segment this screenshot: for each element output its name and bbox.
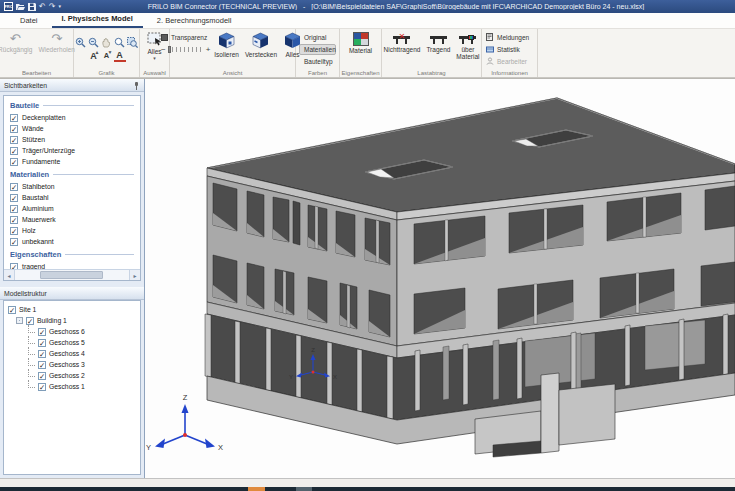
transparency-minus[interactable]: − <box>161 45 166 54</box>
tree-node-geschoss-3[interactable]: ✓Geschoss 3 <box>4 359 140 370</box>
color-original-button[interactable]: Original <box>299 32 336 43</box>
checkbox[interactable]: ✓ <box>10 194 18 202</box>
ueber-material-button[interactable]: über Material <box>454 31 481 61</box>
tree-node-site[interactable]: ✓Site 1 <box>4 304 140 315</box>
checkbox[interactable]: ✓ <box>10 136 18 144</box>
zoom-in-icon[interactable] <box>75 37 87 48</box>
open-file-icon[interactable] <box>16 3 25 11</box>
checkbox[interactable]: ✓ <box>38 361 46 369</box>
checkbox[interactable]: ✓ <box>26 317 34 325</box>
checkbox[interactable]: ✓ <box>10 227 18 235</box>
sichtbarkeiten-header[interactable]: Sichtbarkeiten <box>0 79 144 92</box>
tab-datei[interactable]: Datei <box>10 14 48 28</box>
checkbox-row-waende[interactable]: ✓Wände <box>10 123 134 134</box>
checkbox-row-stahlbeton[interactable]: ✓Stahlbeton <box>10 181 134 192</box>
checkbox[interactable]: ✓ <box>10 158 18 166</box>
checkbox[interactable]: ✓ <box>38 350 46 358</box>
beam-bearing-icon <box>430 33 447 45</box>
zoom-window-icon[interactable] <box>114 37 126 48</box>
meldungen-button[interactable]: Meldungen <box>484 32 531 43</box>
font-decrease-icon[interactable]: A▼ <box>101 51 113 62</box>
checkbox-row-deckenplatten[interactable]: ✓Deckenplatten <box>10 112 134 123</box>
undo-button[interactable]: ↶ Rückgängig <box>0 31 34 54</box>
font-increase-icon[interactable]: A▲ <box>88 51 100 62</box>
tab-berechnungsmodell[interactable]: 2. Berechnungsmodell <box>147 14 242 28</box>
pin-icon[interactable] <box>133 81 140 90</box>
checkbox-row-fundamente[interactable]: ✓Fundamente <box>10 156 134 167</box>
tree-connector <box>28 358 35 366</box>
checkbox-row-aluminium[interactable]: ✓Aluminium <box>10 203 134 214</box>
checkbox[interactable]: ✓ <box>38 372 46 380</box>
person-icon <box>486 57 494 66</box>
checkbox[interactable]: ✓ <box>38 339 46 347</box>
save-icon[interactable] <box>28 3 36 11</box>
quick-access-toolbar: FRC ↶ ↷ ▾ <box>4 2 61 11</box>
checkbox[interactable]: ✓ <box>10 147 18 155</box>
axis-y-label: Y <box>146 443 151 452</box>
transparency-plus[interactable]: + <box>206 45 211 54</box>
checkbox[interactable]: ✓ <box>10 114 18 122</box>
scrollbar-thumb[interactable] <box>40 271 103 279</box>
tree-node-geschoss-1[interactable]: ✓Geschoss 1 <box>4 381 140 392</box>
transparency-slider[interactable] <box>168 46 204 53</box>
scrollbar-track[interactable] <box>15 270 129 280</box>
tree-node-geschoss-5[interactable]: ✓Geschoss 5 <box>4 337 140 348</box>
modellstruktur-header[interactable]: Modellstruktur <box>0 287 144 300</box>
tree-node-building[interactable]: ✓Building 1 <box>4 315 140 326</box>
ribbon-group-ansicht: Transparenz − + Isolieren Verstecken <box>170 29 296 77</box>
checkbox-row-unbekannt[interactable]: ✓unbekannt <box>10 236 134 247</box>
axis-x-label: X <box>218 443 223 452</box>
checkbox[interactable]: ✓ <box>10 238 18 246</box>
slider-handle[interactable] <box>168 46 171 53</box>
app-logo-icon[interactable]: FRC <box>4 2 13 11</box>
redo-icon[interactable]: ↷ <box>49 2 56 11</box>
checkbox-row-baustahl[interactable]: ✓Baustahl <box>10 192 134 203</box>
font-color-icon[interactable]: A <box>114 51 126 62</box>
ribbon-group-eigenschaften: Material Eigenschaften <box>340 29 382 77</box>
cube-hide-icon <box>251 32 270 50</box>
tab-physisches-model[interactable]: I. Physisches Model <box>52 12 143 28</box>
checkbox-row-stuetzen[interactable]: ✓Stützen <box>10 134 134 145</box>
ribbon: ↶ Rückgängig ↷ Wiederholen Bearbeiten <box>0 29 735 78</box>
scroll-left-arrow[interactable]: ◂ <box>4 270 15 280</box>
zoom-fit-icon[interactable] <box>127 37 139 48</box>
checkbox[interactable]: ✓ <box>38 383 46 391</box>
ribbon-group-farben: Original Materialien Bauteiltyp Farben <box>296 29 340 77</box>
checkbox[interactable]: ✓ <box>10 216 18 224</box>
bearbeiter-button[interactable]: Bearbeiter <box>484 56 529 67</box>
checkbox[interactable]: ✓ <box>10 125 18 133</box>
beam-material-icon <box>459 33 476 45</box>
ribbon-group-grafik: A▲ A▼ A Grafik <box>74 29 140 77</box>
statistik-button[interactable]: Statistik <box>484 44 522 55</box>
material-button[interactable]: Material <box>347 31 374 55</box>
redo-button[interactable]: ↷ Wiederholen <box>36 31 77 54</box>
isolate-button[interactable]: Isolieren <box>212 31 241 59</box>
axis-y-label: Y <box>289 374 293 380</box>
checkbox-row-holz[interactable]: ✓Holz <box>10 225 134 236</box>
scroll-right-arrow[interactable]: ▸ <box>129 270 140 280</box>
app-window: FRC ↶ ↷ ▾ FRILO BIM Connector (TECHNICAL… <box>0 0 735 491</box>
tragend-button[interactable]: Tragend <box>424 31 452 54</box>
status-strip <box>0 478 735 487</box>
model-viewport[interactable]: Z X Y Z X Y <box>145 79 735 478</box>
horizontal-scrollbar[interactable]: ◂ ▸ <box>4 269 140 280</box>
color-materialien-button[interactable]: Materialien <box>299 44 336 55</box>
checkbox[interactable]: ✓ <box>10 183 18 191</box>
tree-node-geschoss-6[interactable]: ✓Geschoss 6 <box>4 326 140 337</box>
expander-icon[interactable] <box>16 317 23 324</box>
tree-node-geschoss-4[interactable]: ✓Geschoss 4 <box>4 348 140 359</box>
beam-nonbearing-icon: ✕ <box>393 33 410 45</box>
checkbox-row-traeger[interactable]: ✓Träger/Unterzüge <box>10 145 134 156</box>
checkbox-row-mauerwerk[interactable]: ✓Mauerwerk <box>10 214 134 225</box>
zoom-out-icon[interactable] <box>88 37 100 48</box>
checkbox[interactable]: ✓ <box>38 328 46 336</box>
undo-icon[interactable]: ↶ <box>39 2 46 11</box>
hide-button[interactable]: Verstecken <box>243 31 279 59</box>
pan-hand-icon[interactable] <box>101 37 113 48</box>
checkbox[interactable]: ✓ <box>8 306 16 314</box>
3d-building-model[interactable]: Z X Y Z X Y <box>145 79 735 479</box>
color-bauteiltyp-button[interactable]: Bauteiltyp <box>299 56 336 67</box>
tree-node-geschoss-2[interactable]: ✓Geschoss 2 <box>4 370 140 381</box>
checkbox[interactable]: ✓ <box>10 205 18 213</box>
nichttragend-button[interactable]: ✕ Nichttragend <box>382 31 423 54</box>
